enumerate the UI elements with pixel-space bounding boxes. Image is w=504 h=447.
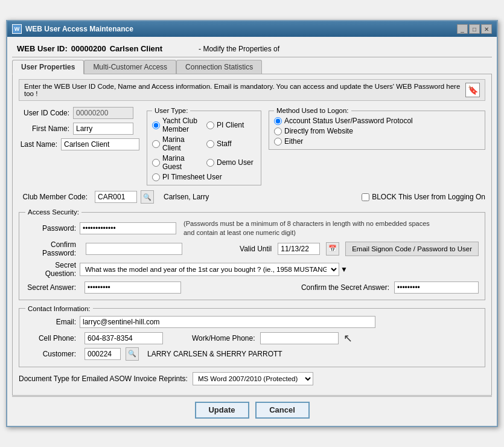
- radio-pi-client-label: PI Client: [217, 121, 244, 129]
- radio-demo-user-label: Demo User: [217, 158, 254, 167]
- tab-multi-customer[interactable]: Multi-Customer Access: [84, 60, 176, 74]
- radio-yacht-club: Yacht Club Member: [152, 117, 202, 133]
- customer-lookup-button[interactable]: 🔍: [126, 347, 139, 361]
- radio-staff-input[interactable]: [206, 140, 214, 148]
- club-member-row: Club Member Code: 🔍 Carlsen, Larry BLOCK…: [19, 190, 485, 204]
- lastname-label: Last Name:: [19, 140, 61, 149]
- title-controls: _ □ ✕: [457, 24, 492, 34]
- radio-either: Either: [274, 137, 480, 146]
- secret-question-select[interactable]: What was the model and year of the 1st c…: [80, 263, 339, 276]
- confirm-secret-input[interactable]: [394, 281, 479, 294]
- radio-either-input[interactable]: [274, 138, 282, 146]
- calendar-button[interactable]: 📅: [326, 242, 339, 256]
- radio-demo-user-input[interactable]: [206, 159, 214, 167]
- tab-bar: User Properties Multi-Customer Access Co…: [12, 60, 492, 74]
- doc-type-row: Document Type for Emailed ASOW Invoice R…: [19, 372, 485, 385]
- title-bar: W WEB User Access Maintenance _ □ ✕: [7, 21, 497, 37]
- work-home-label: Work/Home Phone:: [192, 334, 255, 342]
- doc-type-label: Document Type for Emailed ASOW Invoice R…: [19, 375, 188, 383]
- radio-yacht-club-label: Yacht Club Member: [162, 117, 202, 133]
- club-member-label: Club Member Code:: [19, 193, 91, 201]
- tab-connection-stats[interactable]: Connection Statistics: [176, 60, 262, 74]
- valid-until-label: Valid Until: [240, 245, 272, 253]
- cursor-indicator: ↖: [343, 332, 352, 345]
- update-button[interactable]: Update: [195, 402, 249, 419]
- email-row: Email:: [25, 316, 479, 328]
- info-icon: 🔖: [465, 83, 480, 97]
- radio-directly-label: Directly from Website: [284, 127, 353, 135]
- radio-staff-label: Staff: [217, 140, 231, 148]
- minimize-button[interactable]: _: [457, 24, 468, 34]
- email-label: Email:: [25, 318, 80, 326]
- radio-marina-guest-input[interactable]: [152, 159, 160, 167]
- main-fields: User ID Code: First Name: Last Name: Use…: [19, 107, 485, 185]
- access-security-group: Access Security: Password: (Passwords mu…: [19, 208, 485, 300]
- firstname-label: First Name:: [19, 124, 73, 133]
- confirm-secret-label: Confirm the Secret Answer:: [301, 283, 389, 292]
- club-member-code-input[interactable]: [95, 191, 137, 203]
- info-bar: Enter the WEB User ID Code, Name and Acc…: [19, 79, 485, 101]
- user-type-legend: User Type:: [152, 107, 190, 114]
- close-button[interactable]: ✕: [481, 24, 492, 34]
- user-type-group: User Type: Yacht Club Member PI Client: [147, 107, 261, 185]
- customer-label: Customer:: [25, 350, 80, 358]
- confirm-password-input[interactable]: [86, 243, 182, 255]
- radio-either-label: Either: [284, 137, 303, 146]
- user-type-options: Yacht Club Member PI Client Marina Clien…: [152, 117, 256, 181]
- radio-staff: Staff: [206, 135, 256, 152]
- radio-account-status-label: Account Status User/Password Protocol: [284, 117, 413, 125]
- confirm-password-label: Confirm Password:: [25, 240, 80, 257]
- cell-phone-input[interactable]: [85, 332, 163, 344]
- secret-answer-label: Secret Answer:: [25, 283, 80, 292]
- valid-until-input[interactable]: [278, 243, 320, 255]
- maximize-button[interactable]: □: [469, 24, 480, 34]
- club-member-name: Carlsen, Larry: [164, 193, 209, 201]
- radio-pi-client: PI Client: [206, 117, 256, 133]
- footer-buttons: Update Cancel: [12, 396, 492, 421]
- lastname-row: Last Name:: [19, 138, 139, 150]
- block-user-checkbox[interactable]: [362, 193, 369, 201]
- method-logon-legend: Method Used to Logon:: [274, 107, 351, 114]
- contact-info-legend: Contact Information:: [25, 305, 93, 312]
- method-logon-group: Method Used to Logon: Account Status Use…: [269, 107, 485, 150]
- secret-answer-input[interactable]: [85, 281, 181, 294]
- userid-label: User ID Code:: [19, 109, 73, 117]
- secret-question-row: Secret Question: What was the model and …: [25, 261, 479, 278]
- radio-account-status-input[interactable]: [274, 117, 282, 125]
- doc-type-select[interactable]: MS Word 2007/2010 (Protected) MS Word 20…: [193, 372, 313, 385]
- header-userid-name: Carlsen Client: [110, 44, 162, 53]
- radio-directly-input[interactable]: [274, 127, 282, 135]
- radio-marina-client-input[interactable]: [152, 140, 160, 148]
- radio-yacht-club-input[interactable]: [152, 121, 160, 129]
- block-user-label: BLOCK This User from Logging On: [372, 193, 485, 201]
- radio-directly: Directly from Website: [274, 127, 480, 135]
- radio-pi-timesheet: PI Timesheet User: [152, 173, 256, 181]
- userid-row: User ID Code:: [19, 107, 139, 119]
- contact-info-group: Contact Information: Email: Cell Phone: …: [19, 305, 485, 367]
- userid-input[interactable]: [73, 107, 133, 119]
- header-userid-value: 00000200: [71, 44, 106, 53]
- email-signon-button[interactable]: Email Signon Code / Password to User: [345, 242, 479, 256]
- radio-marina-guest: Marina Guest: [152, 154, 202, 171]
- block-user-check: BLOCK This User from Logging On: [362, 193, 485, 201]
- email-input[interactable]: [80, 316, 375, 328]
- password-input[interactable]: [80, 222, 176, 234]
- firstname-row: First Name:: [19, 123, 139, 135]
- work-home-input[interactable]: [260, 332, 339, 344]
- confirm-valid-row: Confirm Password: Valid Until 📅 Email Si…: [25, 240, 479, 257]
- method-logon-options: Account Status User/Password Protocol Di…: [274, 117, 480, 146]
- cancel-button[interactable]: Cancel: [255, 402, 310, 419]
- main-window: W WEB User Access Maintenance _ □ ✕ WEB …: [6, 20, 498, 427]
- radio-pi-client-input[interactable]: [206, 121, 214, 129]
- club-member-lookup-button[interactable]: 🔍: [141, 190, 154, 204]
- header-subtitle: - Modify the Properties of: [199, 45, 279, 53]
- phone-row: Cell Phone: Work/Home Phone: ↖: [25, 332, 479, 345]
- left-fields: User ID Code: First Name: Last Name:: [19, 107, 139, 154]
- window-title: WEB User Access Maintenance: [25, 25, 133, 33]
- tab-user-properties[interactable]: User Properties: [12, 60, 84, 74]
- radio-pi-timesheet-input[interactable]: [152, 173, 160, 181]
- lastname-input[interactable]: [61, 138, 139, 150]
- secret-question-label: Secret Question:: [25, 261, 80, 278]
- firstname-input[interactable]: [73, 123, 133, 135]
- customer-code-input[interactable]: [85, 348, 121, 360]
